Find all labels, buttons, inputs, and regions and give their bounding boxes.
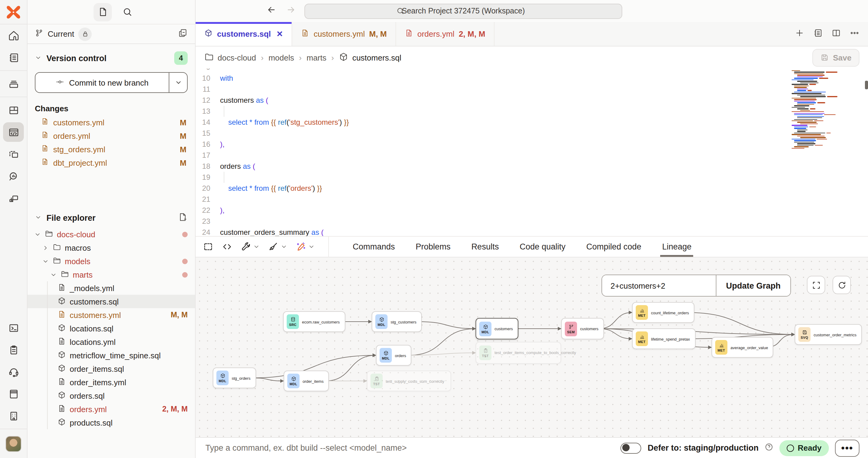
new-tab-plus-icon[interactable] — [795, 28, 804, 40]
home-icon[interactable] — [3, 26, 24, 45]
chevron-down-icon[interactable] — [41, 258, 49, 265]
orchestration-icon[interactable] — [3, 144, 24, 164]
build-wrench-button[interactable] — [241, 241, 260, 252]
code-line-9[interactable]: 9 — [196, 68, 868, 73]
split-editor-icon[interactable] — [831, 28, 841, 40]
tab-overflow-icon[interactable] — [850, 28, 860, 40]
file-tree-item-locations-sql[interactable]: locations.sql — [28, 322, 195, 335]
editor-tab-customers-sql[interactable]: customers.sql✕ — [196, 22, 292, 46]
support-headset-icon[interactable] — [3, 362, 24, 381]
file-tree-item-locations-yml[interactable]: locations.yml — [28, 335, 195, 348]
file-tree-item-marts[interactable]: marts — [28, 268, 195, 281]
code-line-24[interactable]: 24customer_orders_summary as ( — [196, 227, 868, 236]
editor-scrollbar-thumb[interactable] — [865, 81, 868, 89]
new-file-icon[interactable] — [178, 212, 188, 224]
bottom-tab-results[interactable]: Results — [461, 237, 509, 257]
save-button[interactable]: Save — [812, 49, 860, 66]
back-arrow-icon[interactable] — [267, 5, 276, 17]
bottom-tab-problems[interactable]: Problems — [405, 237, 461, 257]
studio-code-icon[interactable] — [3, 122, 24, 142]
commit-options-caret[interactable] — [169, 73, 187, 92]
file-tree-item-docs-cloud[interactable]: docs-cloud — [28, 227, 195, 241]
lineage-panel[interactable]: SRCecom.raw_customersMDLstg_customersMDL… — [196, 257, 868, 437]
organization-icon[interactable] — [3, 406, 24, 426]
file-tree-item-order-items-sql[interactable]: order_items.sql — [28, 362, 195, 375]
notebook-icon[interactable] — [3, 48, 24, 67]
update-graph-button[interactable]: Update Graph — [715, 275, 790, 296]
breadcrumb-segment[interactable]: marts — [307, 53, 327, 62]
code-line-17[interactable]: 17 — [196, 150, 868, 161]
lineage-node-svq_metrics[interactable]: SVQcustomer_order_metrics — [795, 324, 862, 345]
docs-book-icon[interactable] — [3, 384, 24, 404]
chevron-right-icon[interactable] — [41, 244, 49, 251]
bottom-tab-compiled-code[interactable]: Compiled code — [576, 237, 652, 257]
user-avatar[interactable] — [5, 436, 21, 452]
jobs-icon[interactable] — [3, 74, 24, 94]
lineage-node-customers_mdl[interactable]: MDLcustomers — [475, 318, 518, 339]
lineage-node-customers_sem[interactable]: SEMcustomers — [561, 318, 604, 339]
dashboard-icon[interactable] — [3, 100, 24, 120]
code-line-16[interactable]: 16), — [196, 139, 868, 150]
format-broom-button[interactable] — [268, 241, 287, 252]
lineage-node-tst_order_items[interactable]: TSTtest_order_items_compute_to_bools_cor… — [475, 342, 561, 364]
file-tree-item-orders-yml[interactable]: orders.yml2, M, M — [28, 402, 195, 416]
file-tree-item-macros[interactable]: macros — [28, 241, 195, 254]
code-editor[interactable]: 910with1112customers as (1314 select * f… — [196, 68, 868, 236]
more-options-button[interactable]: ••• — [835, 439, 860, 456]
code-line-22[interactable]: 22), — [196, 205, 868, 216]
file-tree-item-products-sql[interactable]: products.sql — [28, 416, 195, 429]
dbt-logo[interactable] — [0, 0, 27, 25]
defer-toggle[interactable] — [621, 442, 642, 453]
code-line-13[interactable]: 13 — [196, 106, 868, 117]
breadcrumb-segment[interactable]: docs-cloud — [218, 53, 256, 62]
code-line-19[interactable]: 19 — [196, 172, 868, 183]
lineage-node-src_raw[interactable]: SRCecom.raw_customers — [283, 311, 345, 332]
code-line-12[interactable]: 12customers as ( — [196, 95, 868, 106]
diff-files-icon[interactable] — [178, 28, 188, 40]
chevron-down-icon[interactable] — [34, 231, 41, 238]
changed-file-row[interactable]: orders.ymlM — [28, 129, 195, 143]
editor-tab-orders-yml[interactable]: orders.yml2, M, M — [396, 22, 495, 46]
files-view-button[interactable] — [94, 3, 112, 21]
lineage-node-tst_supply[interactable]: TSTtest_supply_costs_sum_correctly — [367, 371, 451, 391]
editor-minimap[interactable] — [792, 70, 837, 157]
file-tree-item-orders-sql[interactable]: orders.sql — [28, 389, 195, 402]
code-line-18[interactable]: 18orders as ( — [196, 161, 868, 172]
code-line-11[interactable]: 11 — [196, 84, 868, 95]
version-control-section-header[interactable]: Version control 4 — [28, 44, 195, 70]
lineage-node-order_items[interactable]: MDLorder_items — [284, 371, 329, 391]
lineage-node-orders_mdl[interactable]: MDLorders — [376, 345, 412, 366]
bottom-tab-lineage[interactable]: Lineage — [652, 237, 702, 257]
commit-button[interactable]: Commit to new branch — [35, 73, 169, 92]
code-line-10[interactable]: 10with — [196, 73, 868, 84]
code-line-15[interactable]: 15 — [196, 128, 868, 139]
lineage-node-met_avg[interactable]: METaverage_order_value — [712, 337, 774, 358]
file-tree-item-customers-yml[interactable]: customers.ymlM, M — [28, 308, 195, 322]
code-line-20[interactable]: 20 select * from {{ ref('orders') }} — [196, 183, 868, 194]
help-question-icon[interactable] — [765, 442, 773, 453]
fullscreen-button[interactable] — [807, 276, 825, 294]
clipboard-icon[interactable] — [3, 340, 24, 360]
command-input[interactable] — [204, 443, 615, 453]
file-tree-item--models-yml[interactable]: _models.yml — [28, 281, 195, 295]
lineage-node-stg_orders[interactable]: MDLstg_orders — [213, 367, 256, 388]
refresh-button[interactable] — [833, 276, 851, 294]
search-view-button[interactable] — [118, 3, 136, 21]
lineage-selector-input[interactable] — [602, 275, 715, 296]
code-line-14[interactable]: 14 select * from {{ ref('stg_customers')… — [196, 117, 868, 128]
notebook-panel-icon[interactable] — [813, 28, 823, 40]
editor-tab-customers-yml[interactable]: customers.ymlM, M — [292, 22, 396, 46]
breadcrumb-segment[interactable]: models — [268, 53, 294, 62]
file-tree-item-customers-sql[interactable]: customers.sql — [28, 295, 195, 308]
terminal-icon[interactable] — [3, 318, 24, 338]
code-line-21[interactable]: 21 — [196, 194, 868, 205]
search-input[interactable] — [304, 3, 622, 19]
file-explorer-section-header[interactable]: File explorer — [28, 207, 195, 227]
changed-file-row[interactable]: dbt_project.ymlM — [28, 156, 195, 170]
catalog-search-icon[interactable] — [3, 166, 24, 186]
bottom-tab-commands[interactable]: Commands — [342, 237, 405, 257]
lineage-node-met_count[interactable]: METcount_lifetime_orders — [632, 302, 694, 323]
lineage-node-met_lifetime[interactable]: METlifetime_spend_pretax — [632, 328, 695, 349]
integrations-icon[interactable] — [3, 188, 24, 208]
file-tree-item-order-items-yml[interactable]: order_items.yml — [28, 375, 195, 389]
